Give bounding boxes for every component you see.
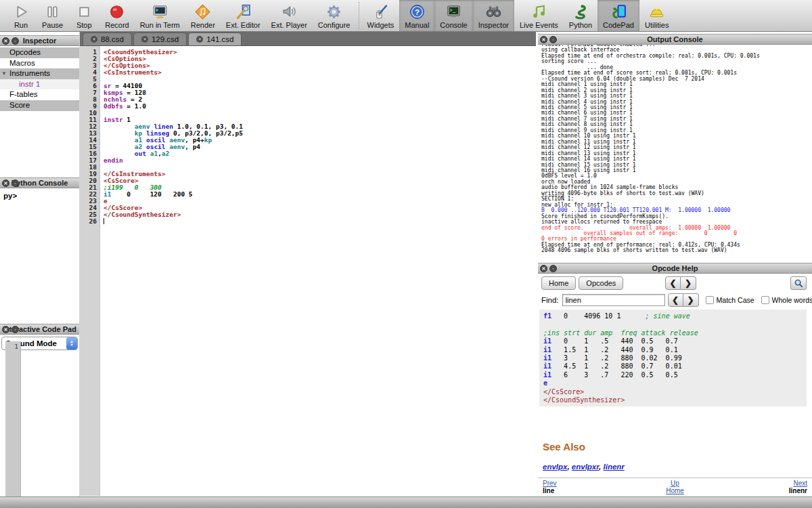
output-console-log[interactable]: rtmidi: PortMIDI module enabled ...using… <box>538 45 812 259</box>
opcode-help-title: Opcode Help <box>652 264 698 272</box>
opcode-help-panel: ✕ ◦ Opcode Help Home Opcodes ❮ ❯ Find: ❮… <box>538 263 812 496</box>
toolbar-item-stop[interactable]: Stop <box>68 0 99 31</box>
toolbar-item-run-in-term[interactable]: Run in Term <box>135 0 185 31</box>
toolbar-item-console[interactable]: Console <box>434 0 472 31</box>
code-token: <CsInstruments> <box>104 68 162 76</box>
code-token: a2 <box>162 150 169 157</box>
code-token: 0 120 200 5 <box>111 190 192 198</box>
text-cursor <box>104 218 104 224</box>
python-console-header: ✕ ◦ Python Console <box>0 177 79 188</box>
find-previous-icon[interactable]: ❮ <box>668 293 683 307</box>
toolbar-item-inspector[interactable]: Inspector <box>473 0 514 31</box>
line-number: 26 <box>80 218 97 225</box>
tab-129-csd[interactable]: ✕129.csd <box>133 33 187 45</box>
toolbar-item-render[interactable]: Render <box>185 0 221 31</box>
inspector-item-f-tables[interactable]: F-tables <box>0 89 79 100</box>
codepad-line-number: 1 <box>5 341 21 496</box>
home-button[interactable]: Home <box>541 276 576 290</box>
toolbar-item-label: Pause <box>42 21 63 29</box>
tab-label: 141.csd <box>206 35 233 43</box>
float-panel-icon[interactable]: ◦ <box>12 326 19 333</box>
help-code-example: f1 0 4096 10 1 ; sine wave ;ins strt dur… <box>539 310 807 406</box>
inspector-item-score[interactable]: Score <box>0 100 79 111</box>
toolbar-item-manual[interactable]: ?Manual <box>399 0 434 31</box>
python-prompt[interactable]: py> <box>0 188 79 200</box>
home-link[interactable]: Home <box>666 487 684 494</box>
code-line: <CsInstruments> <box>104 69 243 76</box>
toolbar-item-label: Console <box>440 21 467 29</box>
opcodes-button[interactable]: Opcodes <box>579 276 623 290</box>
opcode-help-header: ✕ ◦ Opcode Help <box>538 263 812 274</box>
help-code-line: i1 0 1 .5 440 0.5 0.7 <box>543 337 807 345</box>
toolbar-item-python[interactable]: Python <box>564 0 597 31</box>
toolbar-item-pause[interactable]: Pause <box>37 0 68 31</box>
float-panel-icon[interactable]: ◦ <box>12 37 19 45</box>
close-icon[interactable]: ✕ <box>141 36 148 43</box>
inspector-item-opcodes[interactable]: Opcodes <box>0 47 79 58</box>
toolbar-item-label: Stop <box>76 21 92 29</box>
codepad-editor[interactable]: 1 <box>5 341 79 496</box>
close-icon[interactable]: ✕ <box>91 36 97 43</box>
toolbar-item-label: Inspector <box>478 21 509 29</box>
find-input[interactable] <box>562 294 665 306</box>
code-token: p4 <box>193 143 200 150</box>
help-code-line: </CsoundSynthesizer> <box>543 396 807 404</box>
help-code-line: i1 1.5 1 .2 440 0.9 0.1 <box>543 346 807 354</box>
float-panel-icon[interactable]: ◦ <box>549 36 557 43</box>
close-icon[interactable]: ✕ <box>2 326 9 333</box>
toolbar-item-codepad[interactable]: CodePad <box>597 0 639 31</box>
code-line <box>104 218 243 225</box>
toolbar-item-label: Configure <box>318 21 351 29</box>
inspector-item-instruments[interactable]: ▼Instruments <box>0 68 79 79</box>
codepad-icon <box>608 3 629 21</box>
code-token: 0 4096 10 1 <box>551 312 645 320</box>
next-link[interactable]: Next <box>793 480 807 487</box>
up-link[interactable]: Up <box>671 480 679 487</box>
close-icon[interactable]: ✕ <box>196 36 203 43</box>
inspector-item-macros[interactable]: Macros <box>0 58 79 69</box>
find-next-icon[interactable]: ❯ <box>683 293 699 307</box>
pause-icon <box>43 3 63 21</box>
toolbar-item-ext-player[interactable]: Ext. Player <box>266 0 313 31</box>
tab-label: 88.csd <box>101 35 124 43</box>
close-icon[interactable]: ✕ <box>540 265 547 272</box>
tab-141-csd[interactable]: ✕141.csd <box>188 33 242 45</box>
code-token: </CsScore> <box>543 388 584 396</box>
code-token: kp <box>204 136 212 144</box>
float-panel-icon[interactable]: ◦ <box>549 265 557 272</box>
toolbar-item-widgets[interactable]: Widgets <box>362 0 400 31</box>
toolbar-item-label: Widgets <box>367 21 394 29</box>
toolbar-item-record[interactable]: Record <box>99 0 134 31</box>
disclosure-triangle-icon[interactable]: ▼ <box>1 68 7 79</box>
toolbar-item-live-events[interactable]: Live Events <box>514 0 564 31</box>
close-icon[interactable]: ✕ <box>2 37 9 45</box>
see-also-link-envlpxr[interactable]: envlpxr <box>572 463 599 471</box>
inspector-item-instr-1[interactable]: instr 1 <box>0 79 79 90</box>
tab-88-csd[interactable]: ✕88.csd <box>83 33 132 45</box>
close-icon[interactable]: ✕ <box>2 179 9 187</box>
toolbar-item-label: Ext. Player <box>271 21 307 29</box>
inspector-item-label: Instruments <box>9 69 50 77</box>
render-icon <box>193 3 213 21</box>
back-icon[interactable]: ❮ <box>665 276 681 290</box>
toolbar-item-configure[interactable]: Configure <box>313 0 356 31</box>
code-token: </CsoundSynthesizer> <box>543 396 625 404</box>
inspector-tree: OpcodesMacros▼Instrumentsinstr 1F-tables… <box>0 46 79 111</box>
code-token: i1 <box>543 346 551 354</box>
see-also-link-envlpx[interactable]: envlpx <box>543 463 567 471</box>
record-icon <box>107 3 127 21</box>
toolbar-item-run[interactable]: Run <box>5 0 37 31</box>
code-editor[interactable]: <CsoundSynthesizer><CsOptions></CsOption… <box>100 46 243 496</box>
search-icon[interactable] <box>790 276 807 290</box>
help-footer-nav: Prev Up Next line Home linenr <box>538 478 812 496</box>
forward-icon[interactable]: ❯ <box>681 276 696 290</box>
toolbar-item-utilities[interactable]: Utilities <box>639 0 674 31</box>
toolbar-item-ext-editor[interactable]: Ext. Editor <box>221 0 266 31</box>
see-also-link-linenr[interactable]: linenr <box>604 463 625 471</box>
float-panel-icon[interactable]: ◦ <box>12 179 19 187</box>
match-case-checkbox[interactable] <box>706 296 714 304</box>
code-token: i1 <box>543 371 551 379</box>
help-document[interactable]: f1 0 4096 10 1 ; sine wave ;ins strt dur… <box>538 308 812 478</box>
close-icon[interactable]: ✕ <box>540 36 547 43</box>
whole-words-checkbox[interactable] <box>761 296 769 304</box>
